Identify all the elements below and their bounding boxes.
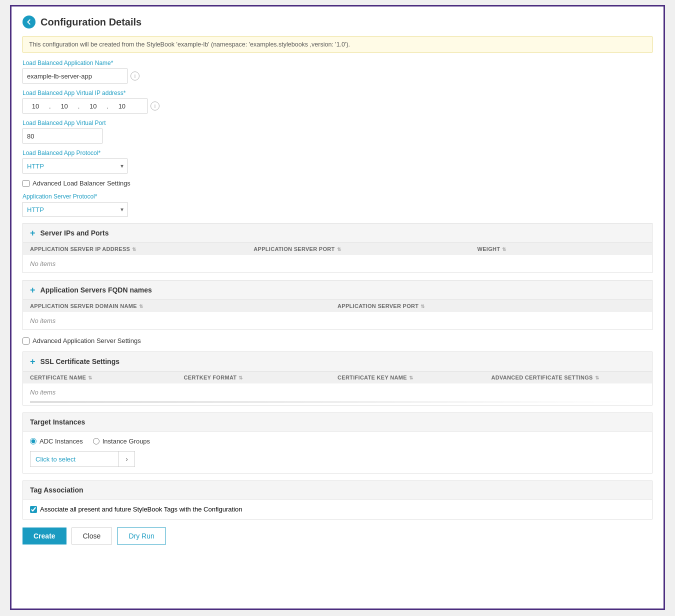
ssl-title: SSL Certificate Settings — [40, 358, 120, 366]
adc-instances-radio-item[interactable]: ADC Instances — [30, 438, 83, 445]
server-ips-section: + Server IPs and Ports APPLICATION SERVE… — [22, 223, 652, 273]
lb-protocol-select-wrapper: HTTP HTTPS TCP UDP — [22, 158, 128, 174]
back-button[interactable] — [22, 16, 36, 28]
lb-protocol-select[interactable]: HTTP HTTPS TCP UDP — [22, 158, 128, 174]
advanced-lb-checkbox-row: Advanced Load Balancer Settings — [22, 180, 652, 187]
tag-association-checkbox[interactable] — [30, 506, 37, 513]
fqdn-header[interactable]: + Application Servers FQDN names — [23, 280, 652, 300]
ssl-col1-header: CERTIFICATE NAME ⇅ — [30, 374, 184, 380]
page-title: Configuration Details — [40, 16, 142, 28]
app-server-protocol-select-wrapper: HTTP HTTPS TCP UDP — [22, 202, 128, 217]
ssl-header[interactable]: + SSL Certificate Settings — [23, 352, 652, 371]
ssl-col3-header: CERTIFICATE KEY NAME ⇅ — [338, 374, 492, 380]
fqdn-section: + Application Servers FQDN names APPLICA… — [22, 280, 652, 330]
lb-vip-input-group: . . . i — [22, 98, 652, 114]
ssl-table-header: CERTIFICATE NAME ⇅ CERTKEY FORMAT ⇅ CERT… — [23, 371, 652, 384]
ip-address-input: . . . — [22, 98, 148, 114]
advanced-lb-checkbox[interactable] — [22, 180, 30, 187]
lb-vip-label: Load Balanced App Virtual IP address* — [22, 90, 652, 96]
ssl-col2-header: CERTKEY FORMAT ⇅ — [184, 374, 338, 380]
target-radio-group: ADC Instances Instance Groups — [30, 438, 645, 445]
col2-sort-icon[interactable]: ⇅ — [337, 246, 341, 252]
server-ips-col1-header: APPLICATION SERVER IP ADDRESS ⇅ — [30, 246, 254, 252]
server-ips-title: Server IPs and Ports — [40, 229, 109, 237]
ip-seg-2[interactable] — [52, 100, 77, 112]
create-button[interactable]: Create — [22, 528, 66, 544]
server-ips-no-items: No items — [23, 255, 652, 272]
tag-association-label: Associate all present and future StyleBo… — [40, 506, 242, 513]
lb-protocol-label: Load Balanced App Protocol* — [22, 150, 652, 156]
server-ips-col2-header: APPLICATION SERVER PORT ⇅ — [254, 246, 477, 252]
click-to-select-text: Click to select — [30, 456, 118, 463]
lb-port-label: Load Balanced App Virtual Port — [22, 120, 652, 126]
advanced-app-server-checkbox-row: Advanced Application Server Settings — [22, 337, 652, 344]
lb-app-name-input[interactable] — [22, 68, 128, 84]
lb-protocol-section: Load Balanced App Protocol* HTTP HTTPS T… — [22, 150, 652, 174]
server-ips-col3-header: WEIGHT ⇅ — [478, 246, 645, 252]
tag-checkbox-row: Associate all present and future StyleBo… — [30, 506, 645, 513]
lb-app-name-label: Load Balanced Application Name* — [22, 60, 652, 66]
lb-port-input[interactable] — [22, 128, 102, 144]
fqdn-col1-header: APPLICATION SERVER DOMAIN NAME ⇅ — [30, 303, 338, 309]
app-server-protocol-section: Application Server Protocol* HTTP HTTPS … — [22, 193, 652, 217]
ssl-no-items: No items — [23, 384, 652, 401]
lb-vip-section: Load Balanced App Virtual IP address* . … — [22, 90, 652, 114]
server-ips-table-header: APPLICATION SERVER IP ADDRESS ⇅ APPLICAT… — [23, 242, 652, 255]
info-banner: This configuration will be created from … — [22, 36, 652, 52]
lb-app-name-input-group: i — [22, 68, 652, 84]
adc-instances-radio[interactable] — [30, 438, 36, 444]
page-header: Configuration Details — [22, 16, 652, 28]
instance-groups-label: Instance Groups — [102, 438, 150, 445]
ip-seg-3[interactable] — [80, 100, 106, 112]
advanced-lb-label: Advanced Load Balancer Settings — [32, 180, 130, 187]
app-server-protocol-label: Application Server Protocol* — [22, 193, 652, 200]
footer-buttons: Create Close Dry Run — [22, 528, 652, 544]
instance-groups-radio-item[interactable]: Instance Groups — [93, 438, 150, 445]
ssl-col3-sort[interactable]: ⇅ — [409, 375, 413, 380]
ssl-plus-icon: + — [30, 357, 36, 366]
main-container: Configuration Details This configuration… — [10, 5, 665, 610]
fqdn-table-header: APPLICATION SERVER DOMAIN NAME ⇅ APPLICA… — [23, 300, 652, 312]
col1-sort-icon[interactable]: ⇅ — [132, 246, 136, 252]
ssl-col4-header: ADVANCED CERTIFICATE SETTINGS ⇅ — [492, 374, 646, 380]
fqdn-title: Application Servers FQDN names — [40, 286, 152, 294]
click-to-select-button[interactable]: Click to select › — [30, 451, 135, 467]
advanced-app-server-checkbox[interactable] — [22, 338, 30, 344]
ssl-col2-sort[interactable]: ⇅ — [238, 375, 242, 380]
tag-association-section: Tag Association Associate all present an… — [22, 480, 652, 520]
lb-vip-info-icon[interactable]: i — [150, 102, 160, 110]
scroll-hint — [30, 401, 645, 403]
app-server-protocol-select[interactable]: HTTP HTTPS TCP UDP — [22, 202, 128, 217]
server-ips-plus-icon: + — [30, 228, 36, 238]
target-instances-header: Target Instances — [23, 413, 652, 432]
fqdn-col2-sort-icon[interactable]: ⇅ — [420, 304, 424, 309]
fqdn-col1-sort-icon[interactable]: ⇅ — [139, 304, 143, 309]
ip-seg-1[interactable] — [23, 100, 48, 112]
ip-seg-4[interactable] — [110, 100, 134, 112]
ssl-col4-sort[interactable]: ⇅ — [595, 375, 599, 380]
fqdn-no-items: No items — [23, 312, 652, 330]
ssl-col1-sort[interactable]: ⇅ — [88, 375, 92, 380]
lb-port-section: Load Balanced App Virtual Port — [22, 120, 652, 144]
fqdn-col2-header: APPLICATION SERVER PORT ⇅ — [338, 303, 645, 309]
dry-run-button[interactable]: Dry Run — [117, 528, 166, 544]
adc-instances-label: ADC Instances — [40, 438, 83, 445]
instance-groups-radio[interactable] — [93, 438, 100, 444]
ssl-section: + SSL Certificate Settings CERTIFICATE N… — [22, 352, 652, 406]
tag-association-header: Tag Association — [22, 480, 652, 499]
lb-app-name-section: Load Balanced Application Name* i — [22, 60, 652, 84]
server-ips-header[interactable]: + Server IPs and Ports — [23, 224, 652, 242]
tag-association-body: Associate all present and future StyleBo… — [22, 499, 652, 520]
target-instances-section: Target Instances ADC Instances Instance … — [22, 412, 652, 474]
lb-app-name-info-icon[interactable]: i — [130, 72, 140, 80]
col3-sort-icon[interactable]: ⇅ — [502, 246, 506, 252]
target-instances-body: ADC Instances Instance Groups Click to s… — [23, 432, 652, 473]
close-button[interactable]: Close — [72, 528, 112, 544]
fqdn-plus-icon: + — [30, 286, 36, 294]
advanced-app-server-label: Advanced Application Server Settings — [32, 337, 141, 344]
click-to-select-arrow-icon: › — [118, 452, 134, 466]
